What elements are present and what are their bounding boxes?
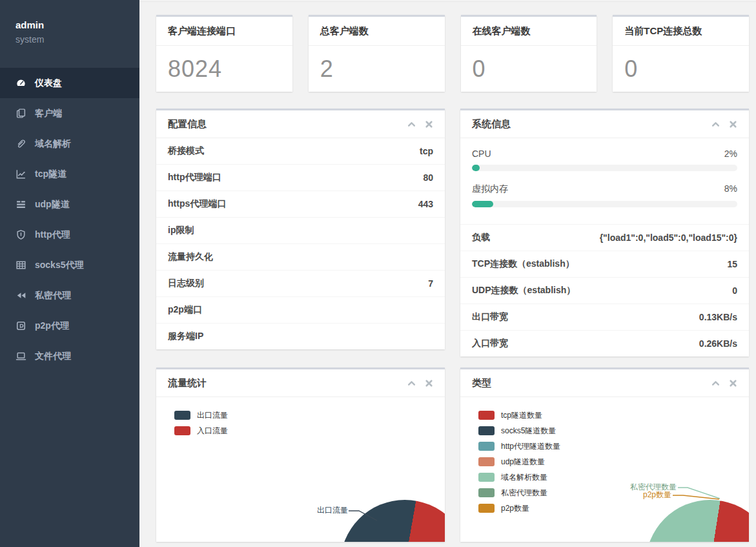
sidebar-item-域名解析[interactable]: 域名解析 [0, 129, 139, 159]
sidebar-item-label: tcp隧道 [35, 169, 66, 180]
sidebar-item-socks5代理[interactable]: socks5代理 [0, 250, 139, 280]
stat-card-value: 0 [461, 46, 597, 92]
legend-item[interactable]: http代理隧道数量 [478, 439, 749, 454]
table-row: https代理端口443 [156, 191, 445, 218]
table-row: 出口带宽0.13KB/s [460, 304, 749, 331]
legend-swatch [478, 442, 495, 451]
legend-swatch [478, 488, 495, 497]
sidebar-item-私密代理[interactable]: 私密代理 [0, 280, 139, 311]
app: admin system 仪表盘客户端域名解析tcp隧道udp隧道http代理s… [0, 0, 756, 547]
sidebar-item-label: 仪表盘 [35, 77, 62, 89]
traffic-panel-title: 流量统计 [168, 377, 398, 389]
table-row: UDP连接数（establish）0 [460, 278, 749, 304]
config-rows: 桥接模式tcphttp代理端口80https代理端口443ip限制流量持久化日志… [156, 138, 445, 349]
info-panels-row: 配置信息 桥接模式tcphttp代理端口80https代理端口443ip限制流量… [156, 108, 749, 356]
type-panel: 类型 tcp隧道数量socks5隧道数量http代理隧道数量udp隧道数量域名解… [460, 367, 749, 542]
content-inner: 客户端连接端口8024总客户端数2在线客户端数0当前TCP连接总数0 配置信息 … [156, 15, 749, 542]
row-label: 负载 [472, 232, 490, 243]
close-icon[interactable] [425, 120, 433, 129]
config-panel-title: 配置信息 [168, 118, 398, 130]
close-icon[interactable] [729, 120, 737, 129]
legend-label: 入口流量 [197, 426, 228, 437]
legend-item[interactable]: 入口流量 [174, 423, 445, 439]
gauge-icon [15, 77, 26, 88]
sidebar: admin system 仪表盘客户端域名解析tcp隧道udp隧道http代理s… [0, 0, 139, 547]
row-label: 出口带宽 [472, 311, 508, 323]
stat-card-title: 总客户端数 [309, 17, 445, 46]
chart-panels-row: 流量统计 出口流量入口流量 出口流量 [156, 367, 749, 542]
sidebar-item-仪表盘[interactable]: 仪表盘 [0, 68, 139, 98]
legend-swatch [478, 411, 495, 420]
type-panel-header: 类型 [460, 369, 749, 397]
type-panel-title: 类型 [472, 377, 702, 389]
content-area: 客户端连接端口8024总客户端数2在线客户端数0当前TCP连接总数0 配置信息 … [139, 0, 756, 547]
stat-card-title: 在线客户端数 [461, 17, 597, 46]
row-value: 443 [418, 199, 433, 209]
collapse-icon[interactable] [711, 120, 720, 129]
gauge-percent: 2% [724, 149, 737, 159]
legend-item[interactable]: socks5隧道数量 [478, 423, 749, 439]
legend-item[interactable]: 私密代理数量 [478, 485, 749, 501]
legend-swatch [478, 504, 495, 513]
stat-card-value: 8024 [156, 46, 292, 92]
sidebar-item-label: 私密代理 [35, 290, 71, 302]
row-label: 服务端IP [168, 331, 203, 342]
row-value: 80 [423, 172, 433, 183]
legend-item[interactable]: 出口流量 [174, 408, 445, 423]
legend-label: p2p数量 [501, 503, 529, 514]
legend-swatch [478, 426, 495, 435]
close-icon[interactable] [729, 379, 737, 387]
legend-label: socks5隧道数量 [501, 426, 556, 437]
row-label: http代理端口 [168, 172, 221, 183]
legend-swatch [174, 426, 190, 435]
user-block: admin system [0, 0, 139, 63]
row-value: 0.13KB/s [699, 312, 737, 322]
stat-card: 总客户端数2 [309, 15, 445, 92]
gauge-label: CPU [472, 149, 491, 159]
table-row: 流量持久化 [156, 244, 445, 271]
sidebar-item-客户端[interactable]: 客户端 [0, 98, 139, 129]
backward-icon [15, 290, 26, 301]
sidebar-item-http代理[interactable]: http代理 [0, 220, 139, 250]
table-row: p2p端口 [156, 297, 445, 324]
table-row: 桥接模式tcp [156, 138, 445, 165]
stat-card-value: 2 [309, 46, 445, 92]
sidebar-menu: 仪表盘客户端域名解析tcp隧道udp隧道http代理socks5代理私密代理p2… [0, 63, 139, 371]
stat-card-title: 客户端连接端口 [156, 17, 292, 46]
paperclip-icon [15, 138, 26, 149]
sidebar-item-tcp隧道[interactable]: tcp隧道 [0, 159, 139, 189]
copy-icon [15, 108, 26, 119]
gauge-header: CPU2% [472, 149, 737, 159]
row-label: TCP连接数（establish） [472, 258, 575, 270]
close-icon[interactable] [425, 379, 433, 387]
legend-item[interactable]: 域名解析数量 [478, 470, 749, 485]
config-panel: 配置信息 桥接模式tcphttp代理端口80https代理端口443ip限制流量… [156, 108, 445, 349]
sidebar-item-label: socks5代理 [35, 260, 83, 271]
sidebar-item-文件代理[interactable]: 文件代理 [0, 341, 139, 371]
legend-swatch [174, 411, 190, 420]
legend-label: tcp隧道数量 [501, 410, 542, 421]
collapse-icon[interactable] [407, 379, 416, 387]
stat-cards-row: 客户端连接端口8024总客户端数2在线客户端数0当前TCP连接总数0 [156, 15, 749, 92]
legend-label: udp隧道数量 [501, 457, 545, 468]
row-value: 15 [727, 259, 737, 269]
collapse-icon[interactable] [407, 120, 416, 129]
collapse-icon[interactable] [711, 379, 720, 387]
traffic-pie-chart [340, 500, 445, 542]
stat-card-value: 0 [613, 46, 749, 92]
row-label: 日志级别 [168, 278, 204, 289]
shield-icon [15, 229, 26, 240]
legend-item[interactable]: udp隧道数量 [478, 454, 749, 470]
sidebar-item-udp隧道[interactable]: udp隧道 [0, 189, 139, 220]
sidebar-item-p2p代理[interactable]: p2p代理 [0, 311, 139, 341]
system-rows: 负载{"load1":0,"load5":0,"load15":0}TCP连接数… [460, 225, 749, 356]
legend-label: 域名解析数量 [501, 472, 547, 483]
config-panel-header: 配置信息 [156, 110, 445, 138]
chart-line-icon [15, 169, 26, 180]
sidebar-item-label: udp隧道 [35, 199, 70, 211]
sidebar-item-label: 文件代理 [35, 351, 71, 362]
square-icon [15, 320, 26, 331]
row-value: 0 [732, 285, 737, 296]
legend-item[interactable]: tcp隧道数量 [478, 408, 749, 423]
stat-card: 当前TCP连接总数0 [613, 15, 749, 92]
